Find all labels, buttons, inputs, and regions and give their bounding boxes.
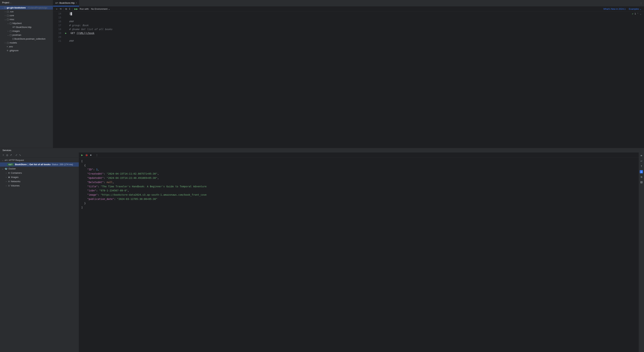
folder-icon: ▢ [10,34,12,36]
tab-bookstore-http[interactable]: API BookStore.http × [53,0,79,6]
tabs-more-icon[interactable]: ⋮ [638,2,644,4]
docker-child-label: Images [11,176,18,178]
root-name: go-gin-bookstore [7,6,26,9]
http-toolbar: ＋ ⟲ ⧉ ↧ ▶▶ Run with: No Environment ⌄ Wh… [53,6,644,12]
chevron-down-icon[interactable]: ⌄ [10,1,12,4]
docker-root[interactable]: ⌄ 🐳 Docker [0,167,79,171]
environment-dropdown[interactable]: No Environment ⌄ [91,7,110,10]
folder-icon: ▢ [10,30,12,32]
history-icon[interactable]: ⟲ [60,7,62,10]
tree-root[interactable]: ⌄ ▢ go-gin-bookstore ~/GolandProjects/go [0,6,53,9]
editor-pane: API BookStore.http × ⋮ ＋ ⟲ ⧉ ↧ ▶▶ Run wi… [53,0,644,148]
tree-item-postman-collection[interactable]: {}BookStore.postman_collection [0,37,53,41]
folder-icon: ▢ [7,41,9,44]
project-header[interactable]: Project ⌄ [0,0,53,5]
docker-label: Docker [8,167,16,170]
chevron-down-icon: ⌄ [2,6,3,9]
http-request-item[interactable]: GET BookStore | Get list of all books St… [0,162,79,167]
tree-item-httpclient[interactable]: ⌄▢httpclient [0,21,53,25]
code-content[interactable]: }#### group: Book# @name Get list of all… [64,12,644,148]
response-view-switcher: 👁 ↩ ⤒ ⤓ ⧉ 🖼 [639,152,644,352]
collapse-icon[interactable]: ⤡ [19,154,21,156]
folder-icon: ▢ [7,14,9,17]
expand-icon[interactable]: ⤢ [16,154,17,156]
tree-label: BookStore.postman_collection [14,37,46,40]
tree-item-run[interactable]: ›▢.run [0,9,53,13]
debug-icon[interactable]: 🐞 [85,154,88,156]
copy-response-icon[interactable]: ⧉ [640,175,643,179]
chevron-right-icon: › [4,41,6,44]
docker-images[interactable]: ›▣Images [0,175,79,179]
gitignore-icon: ⊘ [7,49,8,52]
tree-label: .gitignore [9,49,18,52]
api-file-icon: API [55,2,58,4]
chevron-right-icon: › [7,30,9,32]
docker-networks[interactable]: ›⊟Networks [0,179,79,184]
tree-label: httpclient [12,22,22,24]
json-file-icon: {} [12,38,14,40]
chevron-right-icon: › [4,10,6,13]
whats-new-link[interactable]: What's New in 2024.1 [603,7,626,10]
stop-icon[interactable]: ■ [90,154,92,156]
inspection-count: 1 [634,12,636,15]
docker-child-icon: ⊡ [8,184,10,187]
tree-item-gitignore[interactable]: ⊘.gitignore [0,48,53,52]
run-icon[interactable]: ▶ [81,154,83,156]
import-icon[interactable]: ↧ [69,7,71,10]
tree-label: models [10,41,17,44]
tree-label: images [12,30,20,32]
run-all-icon[interactable]: ▶▶ [74,7,78,10]
scroll-bottom-icon[interactable]: ⤓ [640,170,643,173]
add-icon[interactable]: ＋ [2,153,4,157]
docker-volumes[interactable]: ›⊡Volumes [0,184,79,188]
examples-dropdown[interactable]: Examples ⌄ [629,7,642,10]
chevron-down-icon[interactable]: ⌄ [640,12,642,15]
tree-item-env[interactable]: ≡.env [0,44,53,48]
docker-containers[interactable]: ›⊞Containers [0,171,79,175]
request-desc: Get list of all books [30,163,51,166]
project-sidebar: Project ⌄ ⌄ ▢ go-gin-bookstore ~/GolandP… [0,0,53,148]
project-tree: ⌄ ▢ go-gin-bookstore ~/GolandProjects/go… [0,5,53,148]
tree-item-images[interactable]: ›▢images [0,29,53,33]
chevron-right-icon: › [5,180,7,183]
editor-tabs: API BookStore.http × ⋮ [53,0,644,6]
response-body[interactable]: [ { "ID": 1, "CreatedAt": "2024-04-15T14… [79,158,639,352]
run-line-icon[interactable]: ▶ [65,32,66,34]
root-path: ~/GolandProjects/go [26,6,47,9]
response-pane: ▶ 🐞 ■ ⋮ [ { "ID": 1, "CreatedAt": "2024-… [79,152,639,352]
inspection-status[interactable]: ✔ 1 ⌃ ⌄ [632,12,642,15]
chevron-down-icon: ⌄ [7,22,9,24]
run-with-label: Run with: [80,7,89,10]
services-panel-header[interactable]: Services [0,148,644,152]
copy-icon[interactable]: ⧉ [65,7,67,10]
tree-item-models[interactable]: ›▢models [0,41,53,44]
services-tree: ＋ ◎ ↗ ⤢ ⤡ ⌄ API HTTP Request GET BookSto… [0,152,79,352]
scroll-top-icon[interactable]: ⤒ [640,165,643,168]
filter-icon[interactable]: ◎ [6,154,8,156]
chevron-down-icon: ⌄ [2,159,4,161]
check-icon: ✔ [632,12,634,15]
project-label: Project [2,1,9,4]
folder-icon: ▢ [4,6,6,9]
http-request-root[interactable]: ⌄ API HTTP Request [0,158,79,162]
tree-item-postman[interactable]: ⌄▢postman [0,33,53,37]
tree-item-misc[interactable]: ⌄▢misc [0,17,53,21]
preview-icon[interactable]: 👁 [640,154,643,157]
tree-item-bookstore-http[interactable]: APIBookStore.http [0,25,53,29]
docker-child-icon: ▣ [8,176,10,178]
external-icon[interactable]: ↗ [10,154,12,156]
code-editor[interactable]: ✔ 1 ⌃ ⌄ 1415161718192021 }#### group: Bo… [53,12,644,148]
add-icon[interactable]: ＋ [56,7,58,10]
wrap-icon[interactable]: ↩ [640,160,643,163]
tree-item-core[interactable]: ›▢core [0,13,53,17]
chevron-down-icon: ⌄ [4,18,6,21]
more-icon[interactable]: ⋮ [96,154,98,156]
method-badge: GET [7,163,14,166]
docker-child-icon: ⊟ [8,180,10,183]
image-icon[interactable]: 🖼 [640,181,643,184]
folder-icon: ▢ [7,10,9,13]
tree-label: misc [10,18,14,21]
http-request-label: HTTP Request [9,159,24,161]
close-icon[interactable]: × [76,1,77,4]
chevron-up-icon[interactable]: ⌃ [637,12,639,15]
